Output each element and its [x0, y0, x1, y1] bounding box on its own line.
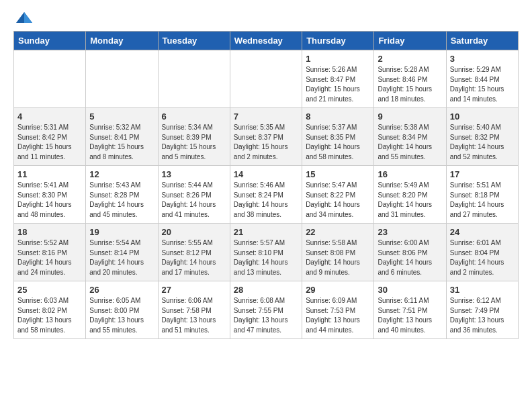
weekday-header-tuesday: Tuesday — [158, 32, 230, 50]
day-number: 24 — [450, 227, 515, 237]
day-info: Sunrise: 5:41 AM Sunset: 8:30 PM Dayligh… — [17, 181, 82, 220]
calendar-cell: 28Sunrise: 6:08 AM Sunset: 7:55 PM Dayli… — [230, 281, 302, 339]
day-number: 29 — [306, 285, 370, 295]
day-info: Sunrise: 5:28 AM Sunset: 8:46 PM Dayligh… — [378, 65, 442, 104]
day-number: 13 — [162, 169, 226, 179]
day-info: Sunrise: 5:35 AM Sunset: 8:37 PM Dayligh… — [234, 123, 298, 162]
calendar-cell: 9Sunrise: 5:38 AM Sunset: 8:34 PM Daylig… — [374, 108, 446, 166]
day-info: Sunrise: 6:12 AM Sunset: 7:49 PM Dayligh… — [450, 296, 515, 335]
calendar-week-3: 11Sunrise: 5:41 AM Sunset: 8:30 PM Dayli… — [14, 166, 519, 224]
svg-marker-1 — [24, 12, 32, 23]
calendar-cell: 1Sunrise: 5:26 AM Sunset: 8:47 PM Daylig… — [302, 50, 374, 108]
day-info: Sunrise: 5:43 AM Sunset: 8:28 PM Dayligh… — [89, 181, 154, 220]
calendar-cell: 21Sunrise: 5:57 AM Sunset: 8:10 PM Dayli… — [230, 224, 302, 281]
day-info: Sunrise: 5:51 AM Sunset: 8:18 PM Dayligh… — [450, 181, 515, 220]
day-info: Sunrise: 5:57 AM Sunset: 8:10 PM Dayligh… — [234, 238, 298, 277]
day-info: Sunrise: 6:08 AM Sunset: 7:55 PM Dayligh… — [234, 296, 298, 335]
day-number: 1 — [306, 54, 370, 64]
day-number: 27 — [162, 285, 226, 295]
day-number: 3 — [450, 54, 515, 64]
calendar-cell: 18Sunrise: 5:52 AM Sunset: 8:16 PM Dayli… — [14, 224, 86, 281]
day-number: 23 — [378, 227, 442, 237]
calendar-cell: 4Sunrise: 5:31 AM Sunset: 8:42 PM Daylig… — [14, 108, 86, 166]
day-info: Sunrise: 5:26 AM Sunset: 8:47 PM Dayligh… — [306, 65, 370, 104]
calendar-cell: 24Sunrise: 6:01 AM Sunset: 8:04 PM Dayli… — [446, 224, 518, 281]
weekday-header-friday: Friday — [374, 32, 446, 50]
day-info: Sunrise: 5:32 AM Sunset: 8:41 PM Dayligh… — [89, 123, 154, 162]
weekday-header-wednesday: Wednesday — [230, 32, 302, 50]
weekday-header-sunday: Sunday — [14, 32, 86, 50]
day-info: Sunrise: 6:03 AM Sunset: 8:02 PM Dayligh… — [17, 296, 82, 335]
day-info: Sunrise: 5:49 AM Sunset: 8:20 PM Dayligh… — [378, 181, 442, 220]
day-info: Sunrise: 5:38 AM Sunset: 8:34 PM Dayligh… — [378, 123, 442, 162]
calendar-cell: 10Sunrise: 5:40 AM Sunset: 8:32 PM Dayli… — [446, 108, 518, 166]
day-info: Sunrise: 5:55 AM Sunset: 8:12 PM Dayligh… — [162, 238, 226, 277]
calendar-cell: 23Sunrise: 6:00 AM Sunset: 8:06 PM Dayli… — [374, 224, 446, 281]
weekday-header-monday: Monday — [86, 32, 158, 50]
day-number: 7 — [234, 111, 298, 122]
day-number: 19 — [89, 227, 154, 237]
calendar-cell: 12Sunrise: 5:43 AM Sunset: 8:28 PM Dayli… — [86, 166, 158, 224]
calendar-cell: 20Sunrise: 5:55 AM Sunset: 8:12 PM Dayli… — [158, 224, 230, 281]
calendar-cell — [14, 50, 86, 108]
day-info: Sunrise: 6:06 AM Sunset: 7:58 PM Dayligh… — [162, 296, 226, 335]
calendar-cell: 25Sunrise: 6:03 AM Sunset: 8:02 PM Dayli… — [14, 281, 86, 339]
day-info: Sunrise: 5:54 AM Sunset: 8:14 PM Dayligh… — [89, 238, 154, 277]
day-number: 14 — [234, 169, 298, 179]
day-number: 22 — [306, 227, 370, 237]
day-number: 5 — [89, 111, 154, 122]
page-header — [13, 11, 519, 24]
weekday-header-thursday: Thursday — [302, 32, 374, 50]
day-number: 26 — [89, 285, 154, 295]
calendar-cell: 26Sunrise: 6:05 AM Sunset: 8:00 PM Dayli… — [86, 281, 158, 339]
day-info: Sunrise: 5:29 AM Sunset: 8:44 PM Dayligh… — [450, 65, 515, 104]
day-number: 4 — [17, 111, 82, 122]
calendar-week-1: 1Sunrise: 5:26 AM Sunset: 8:47 PM Daylig… — [14, 50, 519, 108]
calendar-cell: 3Sunrise: 5:29 AM Sunset: 8:44 PM Daylig… — [446, 50, 518, 108]
calendar-week-2: 4Sunrise: 5:31 AM Sunset: 8:42 PM Daylig… — [14, 108, 519, 166]
calendar-cell — [230, 50, 302, 108]
calendar-week-5: 25Sunrise: 6:03 AM Sunset: 8:02 PM Dayli… — [14, 281, 519, 339]
day-info: Sunrise: 5:58 AM Sunset: 8:08 PM Dayligh… — [306, 238, 370, 277]
day-number: 9 — [378, 111, 442, 122]
day-number: 30 — [378, 285, 442, 295]
calendar-cell: 7Sunrise: 5:35 AM Sunset: 8:37 PM Daylig… — [230, 108, 302, 166]
day-number: 31 — [450, 285, 515, 295]
day-number: 28 — [234, 285, 298, 295]
calendar-cell: 15Sunrise: 5:47 AM Sunset: 8:22 PM Dayli… — [302, 166, 374, 224]
calendar-cell: 27Sunrise: 6:06 AM Sunset: 7:58 PM Dayli… — [158, 281, 230, 339]
day-info: Sunrise: 6:09 AM Sunset: 7:53 PM Dayligh… — [306, 296, 370, 335]
weekday-header-saturday: Saturday — [446, 32, 518, 50]
day-info: Sunrise: 6:00 AM Sunset: 8:06 PM Dayligh… — [378, 238, 442, 277]
calendar-week-4: 18Sunrise: 5:52 AM Sunset: 8:16 PM Dayli… — [14, 224, 519, 281]
calendar-cell: 22Sunrise: 5:58 AM Sunset: 8:08 PM Dayli… — [302, 224, 374, 281]
day-info: Sunrise: 5:37 AM Sunset: 8:35 PM Dayligh… — [306, 123, 370, 162]
day-number: 6 — [162, 111, 226, 122]
day-number: 8 — [306, 111, 370, 122]
calendar-cell: 29Sunrise: 6:09 AM Sunset: 7:53 PM Dayli… — [302, 281, 374, 339]
calendar-cell: 2Sunrise: 5:28 AM Sunset: 8:46 PM Daylig… — [374, 50, 446, 108]
calendar-cell: 17Sunrise: 5:51 AM Sunset: 8:18 PM Dayli… — [446, 166, 518, 224]
day-info: Sunrise: 5:44 AM Sunset: 8:26 PM Dayligh… — [162, 181, 226, 220]
calendar-cell: 13Sunrise: 5:44 AM Sunset: 8:26 PM Dayli… — [158, 166, 230, 224]
calendar-cell: 30Sunrise: 6:11 AM Sunset: 7:51 PM Dayli… — [374, 281, 446, 339]
day-number: 21 — [234, 227, 298, 237]
day-info: Sunrise: 6:05 AM Sunset: 8:00 PM Dayligh… — [89, 296, 154, 335]
calendar-cell: 5Sunrise: 5:32 AM Sunset: 8:41 PM Daylig… — [86, 108, 158, 166]
day-info: Sunrise: 5:47 AM Sunset: 8:22 PM Dayligh… — [306, 181, 370, 220]
calendar-cell: 11Sunrise: 5:41 AM Sunset: 8:30 PM Dayli… — [14, 166, 86, 224]
day-number: 18 — [17, 227, 82, 237]
day-number: 25 — [17, 285, 82, 295]
day-info: Sunrise: 5:52 AM Sunset: 8:16 PM Dayligh… — [17, 238, 82, 277]
day-info: Sunrise: 6:11 AM Sunset: 7:51 PM Dayligh… — [378, 296, 442, 335]
day-info: Sunrise: 5:40 AM Sunset: 8:32 PM Dayligh… — [450, 123, 515, 162]
day-info: Sunrise: 5:34 AM Sunset: 8:39 PM Dayligh… — [162, 123, 226, 162]
day-number: 20 — [162, 227, 226, 237]
logo-icon — [15, 11, 34, 24]
calendar-cell — [86, 50, 158, 108]
day-number: 11 — [17, 169, 82, 179]
day-number: 12 — [89, 169, 154, 179]
day-info: Sunrise: 6:01 AM Sunset: 8:04 PM Dayligh… — [450, 238, 515, 277]
calendar-cell: 19Sunrise: 5:54 AM Sunset: 8:14 PM Dayli… — [86, 224, 158, 281]
calendar-cell — [158, 50, 230, 108]
